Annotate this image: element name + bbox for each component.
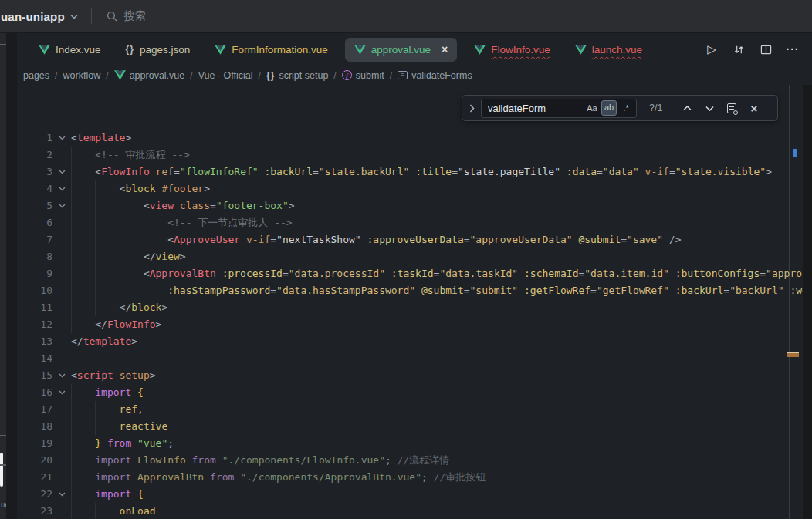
code-token: onLoad — [120, 505, 156, 517]
breadcrumb-separator: / — [55, 70, 57, 81]
function-symbol-icon: f — [342, 70, 352, 80]
fold-gutter — [52, 282, 71, 299]
code-token: = — [621, 234, 627, 245]
fold-gutter — [52, 265, 71, 282]
run-icon[interactable]: ▷ — [705, 42, 719, 56]
indent-guide — [95, 282, 119, 299]
code-line-23[interactable]: 23onLoad — [17, 503, 812, 519]
breadcrumb-item-script-setup[interactable]: {}script setup — [266, 70, 328, 81]
code-line-18[interactable]: 18reactive — [17, 418, 812, 435]
code-line-3[interactable]: 3<FlowInfo ref="flowInfoRef" :backUrl="s… — [17, 163, 812, 180]
code-line-22[interactable]: 22import { — [17, 486, 812, 503]
code-line-7[interactable]: 7<ApproveUser v-if="nextTaskShow" :appro… — [17, 231, 812, 248]
code-editor[interactable]: 1<template>2<!-- 审批流程 -->3<FlowInfo ref=… — [17, 85, 812, 519]
close-tab-icon[interactable]: × — [442, 44, 448, 55]
breadcrumb-separator: / — [259, 70, 261, 81]
split-icon[interactable] — [759, 42, 773, 56]
tab-label: FormInformation.vue — [232, 44, 328, 56]
code-text: <block #footer> — [71, 180, 812, 197]
fold-chevron-icon[interactable] — [52, 180, 71, 197]
breadcrumb-item-validateforms[interactable]: ≡validateForms — [398, 70, 472, 81]
code-token: "data.taskId" — [439, 268, 518, 279]
find-in-selection-button[interactable] — [724, 100, 739, 116]
code-line-1[interactable]: 1<template> — [17, 130, 812, 147]
fold-chevron-icon[interactable] — [52, 130, 71, 147]
code-line-17[interactable]: 17ref, — [17, 401, 812, 418]
code-token: v-if — [246, 234, 270, 245]
code-token: = — [452, 166, 458, 177]
fold-chevron-icon[interactable] — [52, 486, 71, 503]
code-line-20[interactable]: 20import FlowInfo from "./components/Flo… — [17, 452, 812, 469]
global-search[interactable]: 搜索 — [107, 9, 146, 23]
code-token: > — [131, 335, 137, 347]
tab-pages-json[interactable]: {}pages.json — [113, 33, 203, 66]
previous-match-button[interactable] — [679, 100, 695, 116]
indent-guide — [71, 384, 95, 401]
code-line-16[interactable]: 16import { — [17, 384, 812, 401]
fold-chevron-icon[interactable] — [52, 197, 71, 214]
code-line-12[interactable]: 12</FlowInfo> — [17, 316, 812, 333]
indent-guide — [71, 180, 95, 197]
code-line-6[interactable]: 6<!-- 下一节点审批人 --> — [17, 214, 812, 231]
breadcrumb-item-submit[interactable]: fsubmit — [342, 70, 384, 81]
breadcrumb-item-approval-vue[interactable]: approval.vue — [114, 70, 185, 81]
code-line-9[interactable]: 9<ApprovalBtn :processId="data.processId… — [17, 265, 812, 282]
match-case-toggle[interactable]: Aa — [584, 100, 600, 116]
code-line-19[interactable]: 19} from "vue"; — [17, 435, 812, 452]
fold-gutter — [52, 147, 71, 163]
tab-flowinfo-vue[interactable]: FlowInfo.vue — [462, 33, 563, 66]
tab-launch-vue[interactable]: launch.vue — [563, 33, 655, 66]
code-text: </block> — [71, 299, 812, 316]
code-line-8[interactable]: 8</view> — [17, 248, 812, 265]
code-token: < — [95, 166, 101, 177]
right-edge-strip — [803, 85, 812, 519]
find-input-box: Aa ab .* — [481, 99, 637, 118]
code-line-14[interactable]: 14 — [17, 350, 812, 367]
code-line-4[interactable]: 4<block #footer> — [17, 180, 812, 197]
fold-chevron-icon[interactable] — [52, 163, 71, 180]
tab-approval-vue[interactable]: approval.vue× — [345, 38, 458, 62]
line-number: 15 — [17, 367, 52, 384]
fold-gutter — [52, 469, 71, 486]
find-input[interactable] — [488, 103, 583, 114]
breadcrumb-item-vue-official[interactable]: Vue - Official — [198, 70, 253, 81]
chevron-down-icon[interactable] — [70, 14, 78, 19]
edge-scroll-indicator[interactable] — [0, 453, 3, 487]
code-token: = — [464, 234, 470, 245]
line-number: 19 — [17, 435, 52, 452]
code-line-2[interactable]: 2<!-- 审批流程 --> — [17, 147, 812, 163]
regex-toggle[interactable]: .* — [618, 100, 634, 116]
code-token: = — [283, 268, 289, 279]
breadcrumb-item-workflow[interactable]: workflow — [63, 70, 101, 81]
next-match-button[interactable] — [702, 100, 717, 116]
breadcrumb-item-pages[interactable]: pages — [23, 70, 49, 81]
code-token: </ — [144, 251, 156, 262]
code-area[interactable]: 1<template>2<!-- 审批流程 -->3<FlowInfo ref=… — [17, 130, 812, 519]
compare-icon[interactable] — [732, 42, 746, 56]
whole-word-toggle[interactable]: ab — [601, 100, 617, 116]
more-icon[interactable]: ··· — [786, 42, 800, 56]
indent-guide — [71, 231, 95, 248]
line-number: 21 — [17, 469, 52, 486]
code-line-5[interactable]: 5<view class="footer-box"> — [17, 197, 812, 214]
code-line-21[interactable]: 21import ApprovalBtn from "./components/… — [17, 469, 812, 486]
code-token: </ — [95, 318, 107, 330]
project-switcher[interactable]: uan-uniapp — [1, 10, 65, 23]
tab-forminformation-vue[interactable]: FormInformation.vue — [202, 33, 340, 66]
toggle-replace-icon[interactable] — [465, 104, 478, 113]
fold-chevron-icon[interactable] — [52, 367, 71, 384]
code-line-13[interactable]: 13</template> — [17, 333, 812, 350]
breadcrumb-separator: / — [106, 70, 108, 81]
close-find-icon[interactable]: × — [746, 100, 762, 116]
code-line-15[interactable]: 15<script setup> — [17, 367, 812, 384]
code-line-10[interactable]: 10:hasStampPassword="data.hasStampPasswo… — [17, 282, 812, 299]
code-token: ; — [421, 471, 434, 483]
tab-index-vue[interactable]: Index.vue — [26, 33, 113, 66]
code-token: < — [71, 369, 77, 381]
code-line-11[interactable]: 11</block> — [17, 299, 812, 316]
fold-chevron-icon[interactable] — [52, 384, 71, 401]
code-token: @submit — [421, 285, 464, 296]
indent-guide — [95, 401, 119, 418]
code-token: < — [71, 132, 77, 143]
code-token — [234, 471, 240, 483]
